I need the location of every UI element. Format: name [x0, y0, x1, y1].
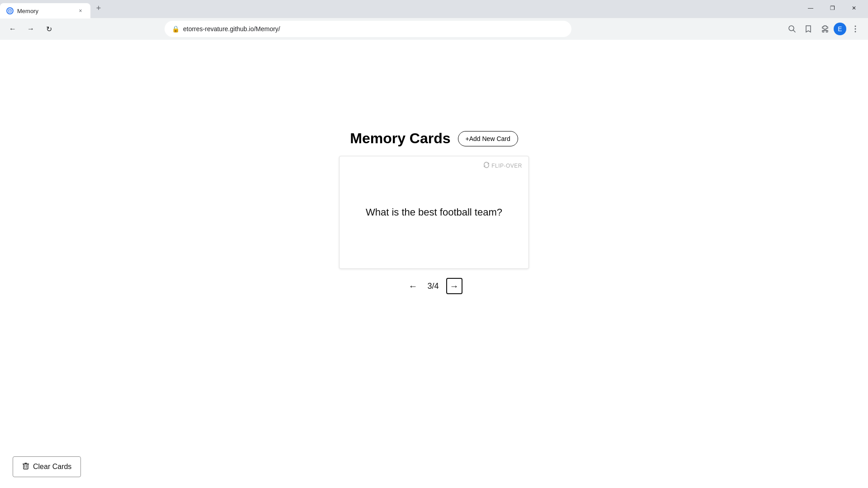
address-bar[interactable]: 🔒 etorres-revature.github.io/Memory/	[165, 21, 571, 37]
browser-frame: Memory × + — ❐ ✕ ← → ↻ 🔒 etorres-revatur…	[0, 0, 868, 488]
prev-card-button[interactable]: ←	[406, 279, 420, 293]
window-controls: — ❐ ✕	[800, 1, 864, 15]
clear-cards-label: Clear Cards	[33, 463, 71, 471]
back-button[interactable]: ←	[5, 22, 20, 36]
card-question: What is the best football team?	[357, 197, 511, 227]
clear-cards-button[interactable]: Clear Cards	[13, 456, 81, 477]
browser-tab[interactable]: Memory ×	[0, 3, 90, 19]
forward-button[interactable]: →	[24, 22, 38, 36]
page-header: Memory Cards +Add New Card	[350, 130, 518, 147]
svg-point-4	[855, 28, 856, 30]
profile-avatar[interactable]: E	[834, 23, 846, 35]
next-card-button[interactable]: →	[446, 278, 462, 294]
tab-title: Memory	[17, 8, 73, 14]
card-navigation: ← 3/4 →	[406, 278, 462, 294]
new-tab-button[interactable]: +	[92, 2, 105, 14]
tab-favicon	[6, 7, 14, 14]
flashcard[interactable]: FLIP-OVER What is the best football team…	[339, 156, 529, 269]
add-new-card-button[interactable]: +Add New Card	[458, 131, 518, 146]
card-counter: 3/4	[427, 282, 439, 291]
tab-close-btn[interactable]: ×	[77, 7, 84, 14]
svg-line-2	[793, 30, 796, 33]
flip-over-label: FLIP-OVER	[491, 163, 522, 169]
svg-point-3	[855, 26, 856, 27]
flip-icon	[483, 162, 490, 169]
trash-icon	[22, 462, 29, 471]
refresh-button[interactable]: ↻	[42, 22, 56, 36]
maximize-button[interactable]: ❐	[822, 1, 843, 15]
bookmark-icon-btn[interactable]	[801, 22, 816, 36]
menu-button[interactable]	[848, 22, 863, 36]
toolbar-actions: E	[785, 22, 863, 36]
browser-toolbar: ← → ↻ 🔒 etorres-revature.github.io/Memor…	[0, 18, 868, 40]
browser-title-bar: Memory × + — ❐ ✕	[0, 0, 868, 18]
svg-point-5	[855, 31, 856, 33]
flip-over-button[interactable]: FLIP-OVER	[483, 162, 522, 169]
page-title: Memory Cards	[350, 130, 450, 147]
url-text: etorres-revature.github.io/Memory/	[183, 25, 564, 33]
page-content: Memory Cards +Add New Card FLIP-OVER Wha…	[0, 40, 868, 488]
close-window-button[interactable]: ✕	[844, 1, 864, 15]
extensions-icon-btn[interactable]	[817, 22, 832, 36]
search-icon-btn[interactable]	[785, 22, 799, 36]
lock-icon: 🔒	[172, 25, 179, 33]
minimize-button[interactable]: —	[800, 1, 821, 15]
page-main: Memory Cards +Add New Card FLIP-OVER Wha…	[0, 130, 868, 294]
